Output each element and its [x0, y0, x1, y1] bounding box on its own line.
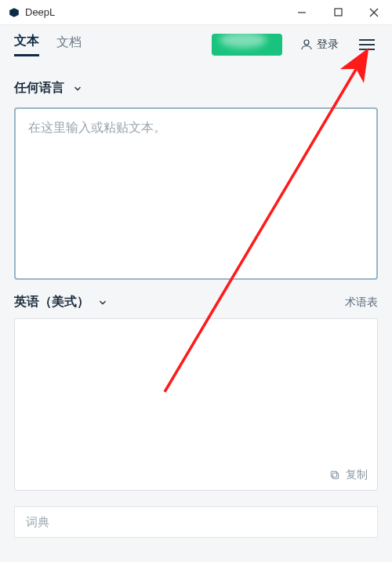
hamburger-icon: [359, 39, 375, 41]
maximize-button[interactable]: [320, 0, 356, 25]
tab-text[interactable]: 文本: [14, 33, 39, 56]
login-label: 登录: [317, 38, 339, 52]
source-section-header: 任何语言: [0, 64, 392, 107]
target-language-select[interactable]: 英语（美式）: [14, 294, 108, 310]
user-icon: [299, 38, 314, 52]
target-text-box: 复制: [14, 318, 378, 491]
copy-label: 复制: [346, 468, 368, 482]
source-language-select[interactable]: 任何语言: [14, 74, 378, 104]
chevron-down-icon: [97, 297, 108, 308]
svg-rect-7: [331, 471, 336, 477]
promo-badge[interactable]: [212, 34, 282, 56]
window-controls: [284, 0, 392, 25]
dictionary-label: 词典: [26, 515, 49, 530]
copy-button[interactable]: 复制: [328, 468, 368, 482]
app-logo-icon: [8, 6, 20, 19]
target-language-label: 英语（美式）: [14, 294, 89, 310]
window-titlebar: DeepL: [0, 0, 392, 25]
source-text-box: [14, 107, 378, 280]
chevron-down-icon: [72, 83, 83, 94]
source-input[interactable]: [28, 120, 364, 267]
source-language-label: 任何语言: [14, 80, 64, 96]
glossary-button[interactable]: 术语表: [345, 296, 378, 310]
close-button[interactable]: [356, 0, 392, 25]
menu-button[interactable]: [356, 36, 378, 53]
window-title: DeepL: [25, 6, 55, 18]
svg-point-5: [304, 40, 309, 45]
top-bar: 文本 文档 登录: [0, 25, 392, 64]
login-button[interactable]: 登录: [299, 38, 339, 52]
dictionary-box[interactable]: 词典: [14, 506, 378, 538]
svg-marker-0: [9, 8, 19, 17]
minimize-button[interactable]: [284, 0, 320, 25]
svg-rect-2: [335, 9, 342, 16]
tab-document[interactable]: 文档: [56, 34, 82, 56]
svg-rect-6: [332, 473, 338, 478]
copy-icon: [328, 469, 341, 481]
target-section-header: 英语（美式） 术语表: [0, 280, 392, 318]
